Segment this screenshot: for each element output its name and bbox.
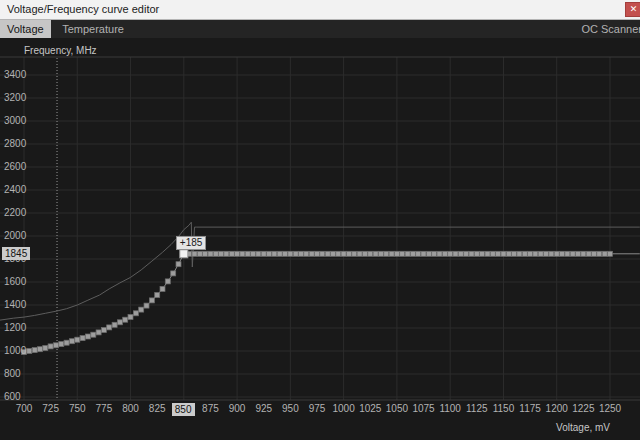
curve-point[interactable] bbox=[469, 251, 474, 256]
curve-point[interactable] bbox=[219, 251, 224, 256]
curve-point[interactable] bbox=[27, 349, 32, 354]
curve-point[interactable] bbox=[64, 340, 69, 345]
curve-point[interactable] bbox=[144, 303, 149, 308]
tab-temperature[interactable]: Temperature bbox=[55, 20, 131, 38]
vf-curve-plot[interactable] bbox=[0, 38, 640, 440]
curve-point[interactable] bbox=[96, 330, 101, 335]
curve-point[interactable] bbox=[544, 251, 549, 256]
curve-point[interactable] bbox=[139, 307, 144, 312]
curve-point[interactable] bbox=[165, 279, 170, 284]
oc-scanner-button[interactable]: OC Scanner bbox=[577, 20, 640, 38]
curve-point[interactable] bbox=[133, 311, 138, 316]
curve-point[interactable] bbox=[176, 262, 181, 267]
curve-point[interactable] bbox=[560, 251, 565, 256]
curve-point[interactable] bbox=[416, 251, 421, 256]
curve-point[interactable] bbox=[608, 251, 613, 256]
vf-curve-points[interactable] bbox=[22, 251, 613, 354]
curve-point[interactable] bbox=[533, 251, 538, 256]
curve-point[interactable] bbox=[128, 315, 133, 320]
curve-point[interactable] bbox=[203, 251, 208, 256]
curve-point[interactable] bbox=[192, 251, 197, 256]
curve-point[interactable] bbox=[480, 251, 485, 256]
curve-point[interactable] bbox=[32, 348, 37, 353]
curve-point[interactable] bbox=[336, 251, 341, 256]
curve-point[interactable] bbox=[570, 251, 575, 256]
curve-point[interactable] bbox=[352, 251, 357, 256]
curve-point[interactable] bbox=[272, 251, 277, 256]
curve-point[interactable] bbox=[54, 343, 59, 348]
curve-point[interactable] bbox=[522, 251, 527, 256]
curve-point[interactable] bbox=[149, 298, 154, 303]
curve-point[interactable] bbox=[490, 251, 495, 256]
curve-point[interactable] bbox=[213, 251, 218, 256]
curve-point[interactable] bbox=[432, 251, 437, 256]
curve-point[interactable] bbox=[245, 251, 250, 256]
curve-point[interactable] bbox=[101, 328, 106, 333]
curve-point[interactable] bbox=[549, 251, 554, 256]
curve-point[interactable] bbox=[299, 251, 304, 256]
curve-point[interactable] bbox=[288, 251, 293, 256]
curve-point[interactable] bbox=[421, 251, 426, 256]
curve-point[interactable] bbox=[315, 251, 320, 256]
curve-point[interactable] bbox=[368, 251, 373, 256]
curve-point[interactable] bbox=[117, 320, 122, 325]
curve-point[interactable] bbox=[256, 251, 261, 256]
curve-point[interactable] bbox=[48, 344, 53, 349]
curve-point[interactable] bbox=[38, 347, 43, 352]
curve-point[interactable] bbox=[59, 342, 64, 347]
curve-point[interactable] bbox=[251, 251, 256, 256]
curve-point[interactable] bbox=[91, 332, 96, 337]
curve-point[interactable] bbox=[538, 251, 543, 256]
curve-point[interactable] bbox=[592, 251, 597, 256]
curve-point[interactable] bbox=[224, 251, 229, 256]
curve-point[interactable] bbox=[400, 251, 405, 256]
curve-point[interactable] bbox=[309, 251, 314, 256]
curve-point[interactable] bbox=[85, 334, 90, 339]
curve-point[interactable] bbox=[208, 251, 213, 256]
curve-point[interactable] bbox=[512, 251, 517, 256]
curve-point[interactable] bbox=[75, 337, 80, 342]
curve-point[interactable] bbox=[378, 251, 383, 256]
curve-point[interactable] bbox=[235, 251, 240, 256]
curve-point[interactable] bbox=[171, 271, 176, 276]
curve-point[interactable] bbox=[597, 251, 602, 256]
curve-point[interactable] bbox=[464, 251, 469, 256]
curve-point[interactable] bbox=[267, 251, 272, 256]
curve-point[interactable] bbox=[389, 251, 394, 256]
curve-point[interactable] bbox=[485, 251, 490, 256]
curve-point[interactable] bbox=[362, 251, 367, 256]
curve-point[interactable] bbox=[602, 251, 607, 256]
curve-point[interactable] bbox=[341, 251, 346, 256]
curve-point[interactable] bbox=[112, 322, 117, 327]
curve-point[interactable] bbox=[496, 251, 501, 256]
curve-point[interactable] bbox=[229, 251, 234, 256]
curve-point[interactable] bbox=[426, 251, 431, 256]
curve-point[interactable] bbox=[506, 251, 511, 256]
curve-point[interactable] bbox=[155, 293, 160, 298]
selected-curve-point[interactable] bbox=[180, 250, 188, 258]
curve-point[interactable] bbox=[384, 251, 389, 256]
curve-point[interactable] bbox=[528, 251, 533, 256]
curve-point[interactable] bbox=[517, 251, 522, 256]
curve-point[interactable] bbox=[458, 251, 463, 256]
curve-point[interactable] bbox=[283, 251, 288, 256]
curve-point[interactable] bbox=[107, 325, 112, 330]
curve-point[interactable] bbox=[197, 251, 202, 256]
curve-point[interactable] bbox=[448, 251, 453, 256]
curve-point[interactable] bbox=[320, 251, 325, 256]
tab-voltage[interactable]: Voltage bbox=[0, 20, 51, 38]
curve-point[interactable] bbox=[554, 251, 559, 256]
curve-point[interactable] bbox=[69, 339, 74, 344]
curve-point[interactable] bbox=[304, 251, 309, 256]
curve-point[interactable] bbox=[160, 286, 165, 291]
curve-point[interactable] bbox=[43, 346, 48, 351]
curve-point[interactable] bbox=[410, 251, 415, 256]
curve-point[interactable] bbox=[277, 251, 282, 256]
curve-point[interactable] bbox=[293, 251, 298, 256]
curve-point[interactable] bbox=[347, 251, 352, 256]
curve-point[interactable] bbox=[565, 251, 570, 256]
curve-point[interactable] bbox=[405, 251, 410, 256]
curve-point[interactable] bbox=[442, 251, 447, 256]
curve-point[interactable] bbox=[373, 251, 378, 256]
curve-point[interactable] bbox=[123, 317, 128, 322]
